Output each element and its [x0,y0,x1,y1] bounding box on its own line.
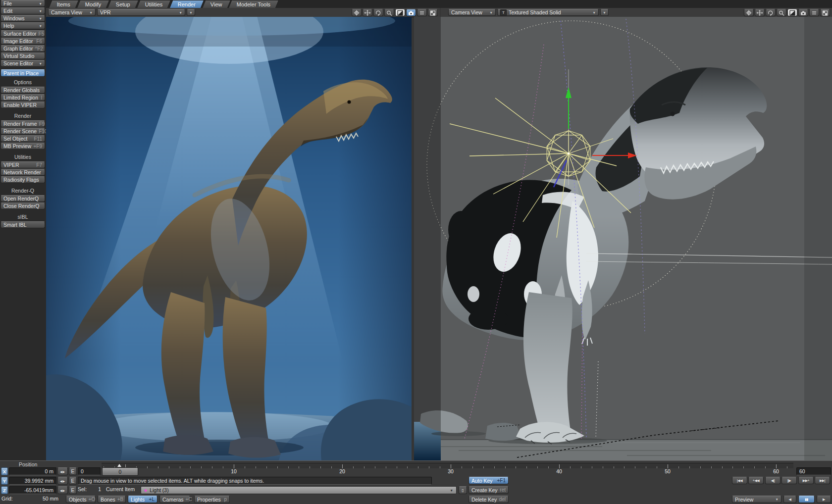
envelope-button-x[interactable]: E [69,467,77,475]
axis-badge-x[interactable]: X [1,467,8,475]
fit-view-icon[interactable] [787,9,797,16]
item-button-bones[interactable]: Bones+B [98,496,126,503]
list-icon[interactable] [417,9,427,16]
envelope-button-z[interactable]: E [69,486,77,494]
group-title-options: Options [0,79,45,86]
tab-modify[interactable]: Modify [76,0,109,8]
menu-windows[interactable]: Windows▼ [0,15,45,22]
tab-view[interactable]: View [202,0,231,8]
item-properties-mini-button[interactable]: ▯ [459,486,467,494]
sidebar-item-smart-ibl[interactable]: Smart IBL [0,221,45,228]
axis-badge-z[interactable]: Z [1,486,8,494]
current-item-dropdown[interactable]: ◆ Light (3) ▼ [141,486,457,494]
delete-key-button[interactable]: Delete Keydel [468,496,509,503]
timeline-slider-handle[interactable]: 0 [102,467,138,476]
create-key-button[interactable]: Create Keyret [468,486,509,494]
axis-badge-y[interactable]: Y [1,477,8,485]
preview-dropdown[interactable]: Preview▼ [732,496,781,503]
axis-spinner-y[interactable]: ◀▶ [57,477,68,485]
sidebar-item-parent-in-place[interactable]: Parent in Place [0,69,45,77]
play-reverse-button[interactable]: ◀ [783,496,796,503]
zoom-tool-icon[interactable] [384,9,394,16]
sidebar-item-render-scene[interactable]: Render SceneF10 [0,128,45,135]
rotate-view-icon[interactable] [766,9,776,16]
tab-utilities[interactable]: Utilities [137,0,171,8]
sidebar-item-open-renderq[interactable]: Open RenderQ [0,195,45,202]
axis-value-z[interactable]: -65.0419mm [9,486,56,494]
fit-view-icon[interactable] [395,9,405,16]
sidebar-item-limited-region[interactable]: Limited Regionl [0,94,45,101]
axis-value-x[interactable]: 0 m [9,467,56,475]
sidebar-item-render-globals[interactable]: Render Globals [0,87,45,94]
sidebar-item-enable-viper[interactable]: Enable VIPER [0,101,45,108]
left-view-type-label: Camera View [51,9,82,15]
item-button-cameras[interactable]: Cameras+C [159,496,190,503]
right-viewport-shaded-view[interactable] [414,17,832,460]
tab-render[interactable]: Render [169,0,204,8]
zoom-tool-icon[interactable] [777,9,786,16]
sidebar-item-viper[interactable]: VIPERF7 [0,161,45,168]
button-label: MB Preview [3,143,31,149]
next-frame-button[interactable]: ||▶ [781,477,797,484]
ruler-tick [743,466,744,468]
list-icon[interactable] [809,9,819,16]
button-label: Close RenderQ [3,203,39,209]
sidebar-item-render-frame[interactable]: Render FrameF9 [0,120,45,127]
left-view-type-dropdown[interactable]: Camera View▼ [48,9,96,16]
ruler-tick [516,466,516,468]
ruler-tick [657,466,657,468]
sidebar-item-scene-editor[interactable]: Scene Editor▼ [0,60,45,67]
next-key-button[interactable]: ▶▶+ [798,477,814,484]
axis-spinner-x[interactable]: ◀▶ [57,467,68,475]
end-frame-field[interactable]: 60 [796,467,831,475]
timeline-ruler[interactable] [102,463,793,468]
go-end-button[interactable]: ▶▶| [815,477,830,484]
tab-modeler-tools[interactable]: Modeler Tools [228,0,279,8]
menu-edit[interactable]: Edit▼ [0,7,45,14]
tab-setup[interactable]: Setup [107,0,139,8]
camera-toggle-icon[interactable] [406,9,416,16]
go-start-button[interactable]: |◀◀ [732,477,747,484]
pause-button[interactable]: ▮▮ [798,496,815,503]
tab-items[interactable]: Items [49,0,79,8]
camera-toggle-icon[interactable] [798,9,808,16]
preset-grid-icon[interactable] [820,9,830,16]
shortcut-label: +F9 [33,144,42,149]
menu-file[interactable]: File▼ [0,0,45,7]
sidebar-item-sel-object[interactable]: Sel ObjectF11 [0,135,45,142]
prev-key-button[interactable]: +◀◀ [748,477,764,484]
envelope-button-y[interactable]: E [69,477,77,485]
move-tool-icon[interactable] [744,9,754,16]
sidebar-item-close-renderq[interactable]: Close RenderQ [0,202,45,209]
axis-spinner-z[interactable]: ◀▶ [57,486,68,494]
prev-frame-button[interactable]: ◀|| [765,477,780,484]
left-viewport-options-dropdown[interactable]: ▼ [187,9,195,16]
item-button-properties[interactable]: Propertiesp [194,496,230,503]
left-render-mode-dropdown[interactable]: VPR▼ [97,9,185,16]
pan-tool-icon[interactable] [755,9,765,16]
move-tool-icon[interactable] [352,9,362,16]
sidebar-item-graph-editor[interactable]: Graph Editor^F2 [0,45,45,52]
sidebar-item-network-render[interactable]: Network Render [0,169,45,176]
left-viewport-vpr-render[interactable] [46,17,412,460]
sidebar-item-mb-preview[interactable]: MB Preview+F9 [0,143,45,150]
pan-tool-icon[interactable] [363,9,372,16]
auto-key-button[interactable]: Auto Key+F1 [468,477,509,484]
preset-grid-icon[interactable] [428,9,438,16]
right-render-mode-dropdown[interactable]: T Textured Shaded Solid ▼ [497,9,599,16]
play-forward-button[interactable]: ▶ [817,496,831,503]
ruler-tick [472,466,473,468]
pan-tool-icon-glyph [364,10,371,16]
sidebar-item-virtual-studio[interactable]: Virtual Studio [0,52,45,59]
right-viewport-options-dropdown[interactable]: ▼ [600,9,609,16]
rotate-view-icon[interactable] [373,9,383,16]
right-view-type-dropdown[interactable]: Camera View▼ [448,9,496,16]
sidebar-item-image-editor[interactable]: Image EditorF6 [0,38,45,45]
item-button-lights[interactable]: Lights+L [128,496,157,503]
sidebar-item-radiosity-flags[interactable]: Radiosity Flags [0,176,45,183]
item-button-objects[interactable]: Objects+O [66,496,96,503]
current-frame-field[interactable]: 0 [78,467,101,475]
menu-help[interactable]: Help▼ [0,22,45,29]
sidebar-item-surface-editor[interactable]: Surface EditorF5 [0,30,45,37]
axis-value-y[interactable]: 39.9992 mm [9,477,56,485]
